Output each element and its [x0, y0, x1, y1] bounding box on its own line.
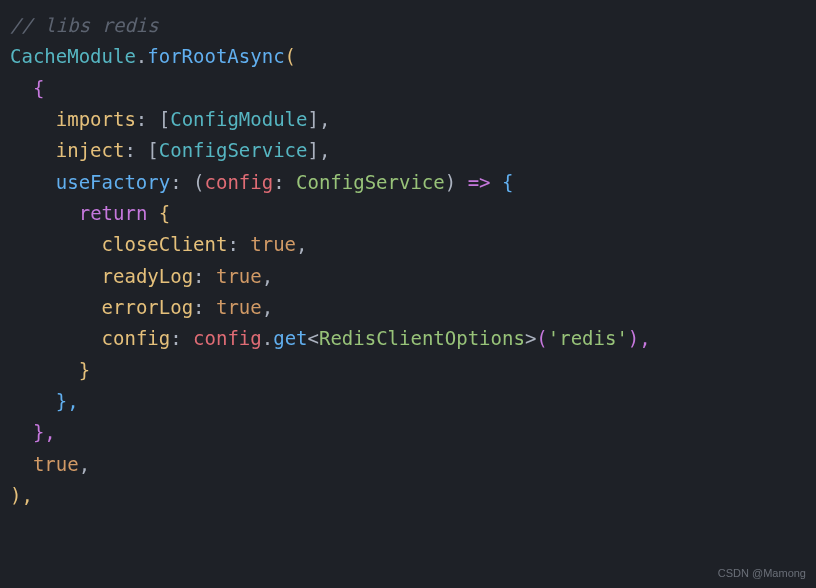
method-name: forRootAsync [147, 45, 284, 67]
prop-imports: imports [56, 108, 136, 130]
prop-readylog: readyLog [102, 265, 194, 287]
prop-config: config [102, 327, 171, 349]
prop-closeclient: closeClient [102, 233, 228, 255]
code-block: // libs redis CacheModule.forRootAsync( … [10, 10, 806, 512]
keyword-return: return [79, 202, 148, 224]
prop-errorlog: errorLog [102, 296, 194, 318]
comment-line: // libs redis [10, 14, 159, 36]
prop-usefactory: useFactory [56, 171, 170, 193]
class-name: CacheModule [10, 45, 136, 67]
prop-inject: inject [56, 139, 125, 161]
watermark: CSDN @Mamong [718, 564, 806, 582]
